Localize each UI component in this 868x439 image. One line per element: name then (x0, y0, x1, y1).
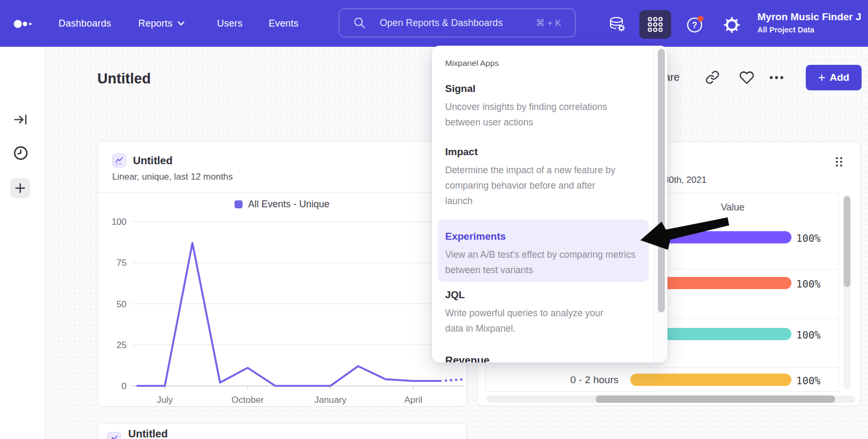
svg-text:July: July (157, 395, 173, 405)
svg-text:50: 50 (116, 299, 127, 309)
nav-label: Users (217, 18, 243, 29)
database-gear-icon (607, 15, 627, 34)
global-search-input[interactable]: Open Reports & Dashboards ⌘ + K (339, 9, 575, 37)
bar-row-label: 0 - 2 hours (479, 374, 619, 386)
search-placeholder: Open Reports & Dashboards (380, 18, 503, 29)
app-item-description: Write powerful queries to analyze your d… (445, 306, 621, 336)
expand-sidebar-button[interactable] (12, 111, 29, 128)
bottom-chart-card: Untitled (97, 423, 467, 439)
table-card-subtitle: 30th, 2021 (664, 175, 706, 185)
left-sidebar (0, 47, 45, 439)
table-vertical-scrollbar[interactable] (844, 196, 850, 287)
svg-text:75: 75 (116, 258, 127, 268)
line-chart-type-icon (107, 432, 121, 439)
mixpanel-dashboard-screen: Dashboards Reports Users Events Open Rep… (0, 0, 868, 439)
apps-grid-icon (646, 15, 664, 33)
line-chart-card: Untitled Linear, unique, last 12 months … (97, 141, 467, 407)
apps-menu-button[interactable] (639, 10, 671, 39)
user-name: Myron Music Finder J (757, 10, 861, 24)
more-options-button[interactable] (769, 75, 784, 80)
apps-menu-item-impact[interactable]: Impact Determine the impact of a new fea… (445, 146, 648, 209)
favorite-button[interactable] (739, 71, 754, 85)
apps-menu-scrollbar[interactable] (658, 49, 665, 313)
ellipsis-icon (769, 75, 784, 80)
svg-text:0: 0 (122, 381, 127, 391)
search-shortcut: ⌘ + K (536, 18, 561, 29)
line-chart-plot[interactable]: 0255075100JulyOctoberJanuaryApril (98, 141, 468, 407)
app-item-title: Experiments (445, 230, 649, 243)
app-item-title: Impact (445, 146, 648, 158)
app-item-title: Signal (445, 82, 648, 95)
app-item-description: View an A/B test's effect by comparing m… (445, 247, 642, 278)
search-icon (353, 16, 366, 29)
user-project-switcher[interactable]: Myron Music Finder J All Project Data (757, 10, 861, 36)
data-management-button[interactable] (606, 14, 628, 35)
app-item-description: Determine the impact of a new feature by… (445, 163, 621, 209)
apps-menu-header: Mixpanel Apps (445, 58, 499, 68)
help-button[interactable]: ? (685, 14, 706, 35)
mixpanel-logo-icon[interactable] (14, 19, 33, 29)
chevron-down-icon (178, 21, 185, 26)
nav-item-users[interactable]: Users (217, 0, 243, 47)
value-bar[interactable] (630, 374, 791, 386)
bar-value-label: 100% (796, 278, 821, 290)
arrow-to-bar-icon (13, 112, 28, 127)
heart-icon (739, 71, 754, 85)
bar-value-label: 100% (796, 375, 821, 386)
svg-text:?: ? (692, 21, 697, 30)
help-question-icon: ? (685, 14, 706, 35)
bar-value-label: 100% (796, 329, 821, 341)
table-row-divider (486, 367, 838, 368)
clock-icon (13, 145, 29, 161)
apps-menu-item-experiments[interactable]: Experiments View an A/B test's effect by… (438, 220, 649, 282)
nav-item-reports[interactable]: Reports (138, 0, 185, 47)
nav-label: Reports (138, 18, 172, 29)
link-icon (705, 70, 720, 85)
plus-icon: + (818, 72, 825, 83)
gear-icon (722, 15, 741, 35)
add-button-label: Add (830, 72, 849, 83)
apps-menu-item-revenue[interactable]: Revenue (445, 354, 648, 362)
card-title[interactable]: Untitled (128, 428, 168, 439)
bar-value-label: 100% (796, 232, 821, 244)
app-item-title: JQL (445, 289, 648, 301)
app-item-description: Uncover insights by finding correlations… (445, 99, 639, 130)
nav-item-events[interactable]: Events (269, 0, 298, 47)
project-name: All Project Data (757, 24, 861, 36)
svg-text:January: January (314, 395, 347, 405)
nav-label: Events (269, 18, 298, 29)
table-horizontal-scrollbar[interactable] (596, 395, 835, 403)
apps-menu-item-signal[interactable]: Signal Uncover insights by finding corre… (445, 82, 648, 130)
nav-label: Dashboards (59, 18, 111, 29)
settings-button[interactable] (721, 14, 742, 36)
mixpanel-apps-menu: Mixpanel Apps Signal Uncover insights by… (432, 46, 667, 362)
svg-text:April: April (404, 395, 422, 405)
add-new-button[interactable] (10, 178, 30, 198)
svg-text:25: 25 (116, 340, 127, 350)
top-navbar: Dashboards Reports Users Events Open Rep… (0, 0, 868, 47)
apps-menu-item-jql[interactable]: JQL Write powerful queries to analyze yo… (445, 289, 648, 336)
copy-link-button[interactable] (705, 70, 720, 85)
plus-icon (14, 182, 26, 194)
svg-text:100: 100 (112, 217, 127, 227)
app-item-title: Revenue (445, 354, 648, 362)
recent-history-button[interactable] (12, 145, 29, 162)
add-button[interactable]: + Add (806, 65, 862, 90)
drag-handle-icon[interactable] (835, 156, 843, 167)
page-title: Untitled (97, 71, 151, 87)
nav-item-dashboards[interactable]: Dashboards (59, 0, 111, 47)
svg-text:October: October (231, 395, 264, 405)
